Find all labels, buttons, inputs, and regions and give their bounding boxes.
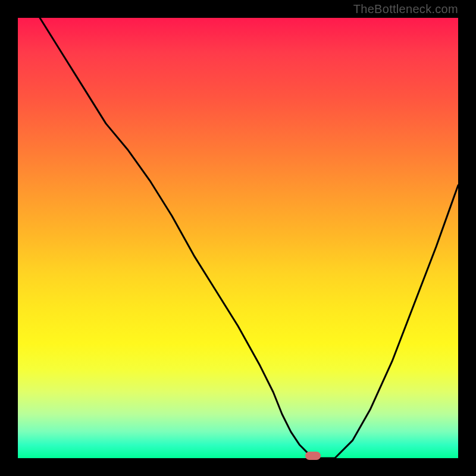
watermark-text: TheBottleneck.com — [353, 2, 458, 16]
chart-frame: TheBottleneck.com — [0, 0, 476, 476]
optimal-marker — [305, 452, 321, 460]
line-curve — [18, 18, 458, 458]
plot-area — [18, 18, 458, 458]
